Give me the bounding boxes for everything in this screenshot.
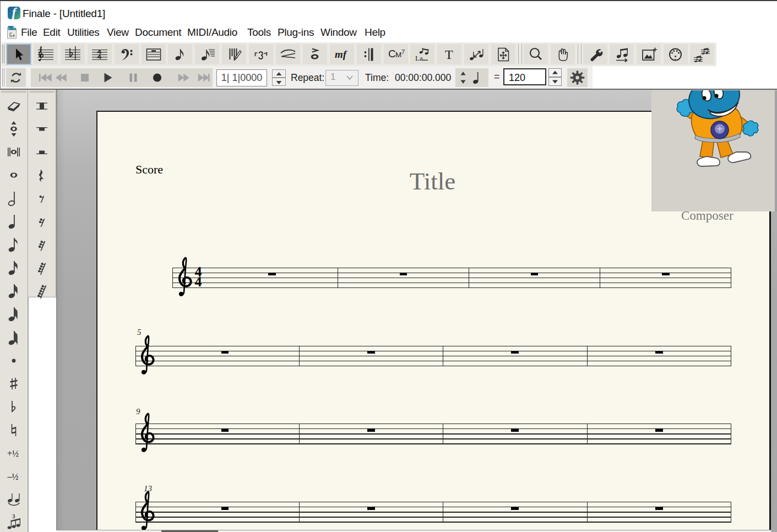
svg-text:+½: +½ <box>7 449 19 458</box>
svg-text:mf: mf <box>335 48 347 60</box>
svg-text:La: La <box>415 54 423 62</box>
svg-text:–½: –½ <box>7 472 19 481</box>
svg-text:3: 3 <box>12 513 15 519</box>
svg-text:T: T <box>445 47 453 62</box>
svg-text:C: C <box>388 48 396 59</box>
svg-text:7: 7 <box>401 48 405 55</box>
svg-text:M: M <box>395 51 401 59</box>
